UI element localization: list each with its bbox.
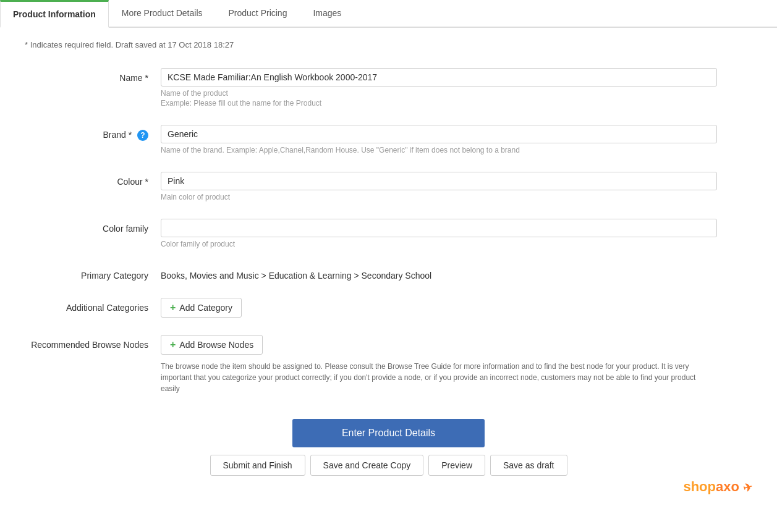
colour-label: Colour * xyxy=(25,172,161,187)
tab-images[interactable]: Images xyxy=(300,0,354,28)
add-category-plus-icon: + xyxy=(170,302,176,313)
color-family-hint: Color family of product xyxy=(161,240,717,248)
name-hint: Name of the product xyxy=(161,89,717,98)
browse-nodes-description: The browse node the item should be assig… xyxy=(161,361,705,394)
brand-hint: Name of the brand. Example: Apple,Chanel… xyxy=(161,146,717,154)
submit-finish-button[interactable]: Submit and Finish xyxy=(210,455,305,476)
brand-field-container: Name of the brand. Example: Apple,Chanel… xyxy=(161,125,717,154)
name-row: Name * Name of the product Example: Plea… xyxy=(25,68,752,108)
browse-nodes-row: Recommended Browse Nodes + Add Browse No… xyxy=(25,335,752,394)
primary-category-row: Primary Category Books, Movies and Music… xyxy=(25,266,752,281)
name-field-container: Name of the product Example: Please fill… xyxy=(161,68,717,108)
add-browse-nodes-plus-icon: + xyxy=(170,339,176,350)
colour-hint: Main color of product xyxy=(161,193,717,201)
primary-category-field-container: Books, Movies and Music > Education & Le… xyxy=(161,266,717,281)
secondary-action-buttons: Submit and Finish Save and Create Copy P… xyxy=(210,455,567,476)
colour-input[interactable] xyxy=(161,172,717,190)
draft-notice: * Indicates required field. Draft saved … xyxy=(25,40,752,49)
enter-product-details-button[interactable]: Enter Product Details xyxy=(292,419,485,447)
name-example: Example: Please fill out the name for th… xyxy=(161,99,717,108)
colour-row: Colour * Main color of product xyxy=(25,172,752,201)
content-area: * Indicates required field. Draft saved … xyxy=(0,28,777,513)
shopaxo-watermark: shopaxo ✈ xyxy=(683,479,752,495)
colour-field-container: Main color of product xyxy=(161,172,717,201)
tab-more-product-details[interactable]: More Product Details xyxy=(109,0,216,28)
color-family-field-container: Color family of product xyxy=(161,219,717,248)
additional-categories-row: Additional Categories + Add Category xyxy=(25,298,752,318)
additional-categories-field-container: + Add Category xyxy=(161,298,717,318)
browse-nodes-label: Recommended Browse Nodes xyxy=(25,335,161,350)
primary-category-label: Primary Category xyxy=(25,266,161,281)
name-label: Name * xyxy=(25,68,161,83)
additional-categories-label: Additional Categories xyxy=(25,298,161,313)
save-create-copy-button[interactable]: Save and Create Copy xyxy=(310,455,424,476)
tab-product-pricing[interactable]: Product Pricing xyxy=(216,0,300,28)
add-browse-nodes-button[interactable]: + Add Browse Nodes xyxy=(161,335,263,355)
add-browse-nodes-label: Add Browse Nodes xyxy=(179,340,253,350)
color-family-label: Color family xyxy=(25,219,161,234)
preview-button[interactable]: Preview xyxy=(428,455,485,476)
add-category-label: Add Category xyxy=(179,303,232,313)
bottom-actions: Enter Product Details Submit and Finish … xyxy=(25,419,752,500)
name-input[interactable] xyxy=(161,68,717,87)
primary-category-value: Books, Movies and Music > Education & Le… xyxy=(161,266,717,281)
brand-help-icon[interactable]: ? xyxy=(137,130,148,141)
brand-row: Brand * ? Name of the brand. Example: Ap… xyxy=(25,125,752,154)
add-category-button[interactable]: + Add Category xyxy=(161,298,242,318)
save-as-draft-button[interactable]: Save as draft xyxy=(490,455,567,476)
tab-product-information[interactable]: Product Information xyxy=(0,0,109,28)
brand-label: Brand * ? xyxy=(25,125,161,141)
color-family-input[interactable] xyxy=(161,219,717,237)
color-family-row: Color family Color family of product xyxy=(25,219,752,248)
tabs-container: Product Information More Product Details… xyxy=(0,0,777,28)
brand-input[interactable] xyxy=(161,125,717,143)
browse-nodes-field-container: + Add Browse Nodes The browse node the i… xyxy=(161,335,717,394)
